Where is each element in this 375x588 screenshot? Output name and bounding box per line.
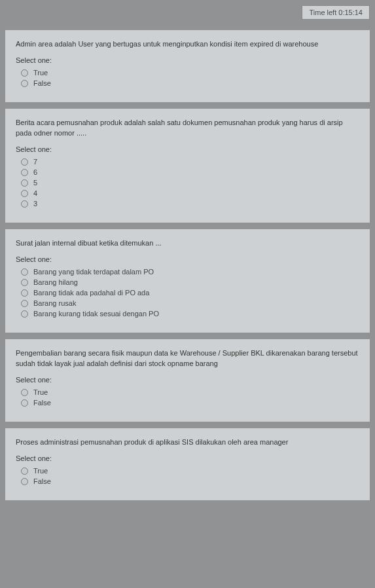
- option-label: 5: [33, 179, 37, 187]
- radio-icon: [21, 399, 28, 407]
- radio-icon: [21, 268, 28, 276]
- option-label: Barang yang tidak terdapat dalam PO: [33, 268, 154, 276]
- question-text: Berita acara pemusnahan produk adalah sa…: [16, 118, 359, 139]
- question-card-3: Surat jalan internal dibuat ketika ditem…: [5, 229, 370, 333]
- option-row-6[interactable]: 6: [21, 169, 359, 176]
- time-left-label: Time left 0:15:14: [309, 9, 363, 16]
- option-row-true[interactable]: True: [21, 69, 359, 77]
- radio-icon: [21, 69, 28, 77]
- option-label: Barang hilang: [33, 279, 78, 286]
- option-label: False: [33, 478, 51, 485]
- option-row-false[interactable]: False: [21, 80, 359, 87]
- option-row-5[interactable]: 5: [21, 179, 359, 187]
- option-row-false[interactable]: False: [21, 478, 359, 485]
- radio-icon: [21, 478, 28, 485]
- option-row-rusak[interactable]: Barang rusak: [21, 300, 359, 307]
- select-one-label: Select one:: [16, 454, 359, 462]
- option-row-kurang[interactable]: Barang kurang tidak sesuai dengan PO: [21, 310, 359, 318]
- option-label: True: [33, 69, 48, 77]
- select-one-label: Select one:: [16, 255, 359, 263]
- option-label: 7: [33, 158, 37, 166]
- option-label: 6: [33, 169, 37, 176]
- select-one-label: Select one:: [16, 376, 359, 384]
- option-label: True: [33, 389, 48, 396]
- option-row-7[interactable]: 7: [21, 158, 359, 166]
- radio-icon: [21, 310, 28, 318]
- option-label: Barang rusak: [33, 300, 76, 307]
- radio-icon: [21, 279, 28, 286]
- radio-icon: [21, 468, 28, 475]
- option-row-po-not-in[interactable]: Barang yang tidak terdapat dalam PO: [21, 268, 359, 276]
- question-text: Proses administrasi pemusnahan produk di…: [16, 437, 359, 448]
- radio-icon: [21, 80, 28, 87]
- question-card-4: Pengembalian barang secara fisik maupun …: [5, 339, 370, 422]
- option-row-true[interactable]: True: [21, 468, 359, 475]
- question-text: Admin area adalah User yang bertugas unt…: [16, 39, 359, 50]
- select-one-label: Select one:: [16, 56, 359, 64]
- option-label: 4: [33, 190, 37, 197]
- option-label: False: [33, 80, 51, 87]
- option-row-true[interactable]: True: [21, 389, 359, 396]
- option-label: False: [33, 399, 51, 407]
- radio-icon: [21, 200, 28, 208]
- select-one-label: Select one:: [16, 145, 359, 153]
- option-row-4[interactable]: 4: [21, 190, 359, 197]
- option-label: Barang tidak ada padahal di PO ada: [33, 289, 149, 297]
- question-text: Surat jalan internal dibuat ketika ditem…: [16, 238, 359, 249]
- radio-icon: [21, 190, 28, 197]
- question-text: Pengembalian barang secara fisik maupun …: [16, 348, 359, 369]
- radio-icon: [21, 158, 28, 166]
- question-card-2: Berita acara pemusnahan produk adalah sa…: [5, 109, 370, 223]
- option-row-3[interactable]: 3: [21, 200, 359, 208]
- option-label: True: [33, 468, 48, 475]
- radio-icon: [21, 179, 28, 187]
- radio-icon: [21, 289, 28, 297]
- option-row-false[interactable]: False: [21, 399, 359, 407]
- radio-icon: [21, 389, 28, 396]
- option-row-hilang[interactable]: Barang hilang: [21, 279, 359, 286]
- radio-icon: [21, 300, 28, 307]
- question-card-1: Admin area adalah User yang bertugas unt…: [5, 30, 370, 102]
- option-label: Barang kurang tidak sesuai dengan PO: [33, 310, 159, 318]
- question-card-5: Proses administrasi pemusnahan produk di…: [5, 428, 370, 500]
- time-left-box: Time left 0:15:14: [302, 5, 370, 20]
- radio-icon: [21, 169, 28, 176]
- option-label: 3: [33, 200, 37, 208]
- option-row-tidak-ada[interactable]: Barang tidak ada padahal di PO ada: [21, 289, 359, 297]
